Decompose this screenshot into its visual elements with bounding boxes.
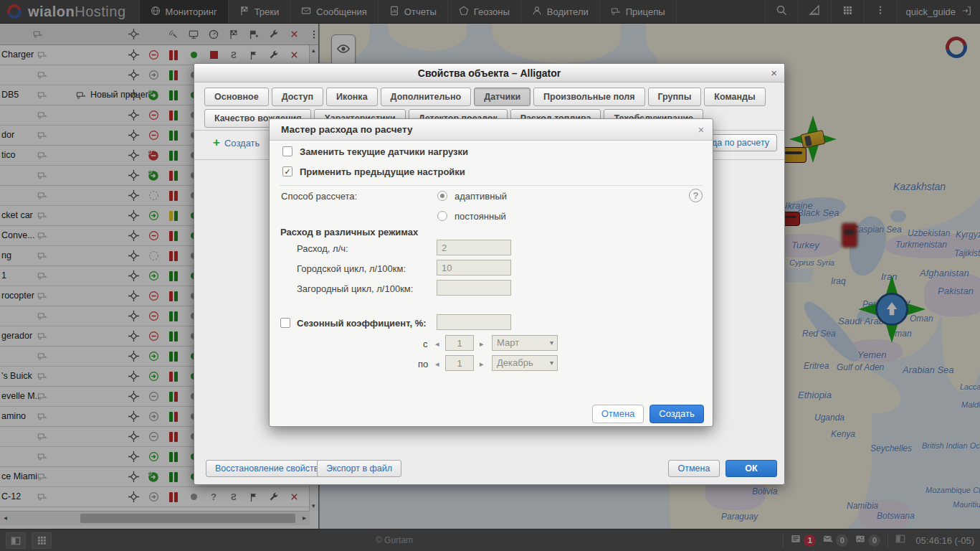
divider <box>280 185 703 186</box>
method-constant-radio[interactable] <box>437 211 447 221</box>
rate-lh-input[interactable] <box>437 240 511 255</box>
replace-sensors-checkbox[interactable] <box>282 146 292 156</box>
stepper-right-icon[interactable]: ▸ <box>480 339 484 349</box>
plus-icon: + <box>213 137 220 149</box>
rate-lh-label: Расход, л/ч: <box>297 243 348 254</box>
tab-Дополнительно[interactable]: Дополнительно <box>381 88 472 106</box>
dialog-cancel-button[interactable]: Отмена <box>668 460 720 477</box>
method-adaptive-radio[interactable] <box>437 191 447 201</box>
apply-previous-label: Применить предыдущие настройки <box>300 166 465 177</box>
dialog-close-icon[interactable]: × <box>771 67 777 80</box>
seasonal-to-day[interactable] <box>445 355 474 371</box>
replace-sensors-label: Заменить текущие датчики нагрузки <box>300 146 468 157</box>
suburban-cycle-label: Загородный цикл, л/100км: <box>297 283 413 294</box>
stepper-right-icon[interactable]: ▸ <box>480 359 484 369</box>
create-sensor-button[interactable]: + Создать <box>213 137 260 149</box>
seasonal-to-month-select[interactable]: Декабрь▾ <box>492 355 558 371</box>
apply-previous-checkbox[interactable]: ✓ <box>282 166 292 176</box>
restore-properties-button[interactable]: Восстановление свойств <box>206 460 328 477</box>
tab-Иконка[interactable]: Иконка <box>326 88 377 106</box>
stepper-left-icon[interactable]: ◂ <box>435 359 439 369</box>
tab-Произвольные поля[interactable]: Произвольные поля <box>533 88 644 106</box>
suburban-cycle-input[interactable] <box>437 280 511 296</box>
method-constant-label: постоянный <box>455 211 506 222</box>
seasonal-from-label: с <box>423 339 428 349</box>
urban-cycle-label: Городской цикл, л/100км: <box>297 263 406 274</box>
method-adaptive-label: адаптивный <box>455 191 507 202</box>
dialog-title: Свойства объекта – Alligator <box>194 64 784 83</box>
wialon-app: wialonHosting МониторингТрекиСообщенияОт… <box>0 0 980 551</box>
dialog-tabs-row1: ОсновноеДоступИконкаДополнительноДатчики… <box>204 88 766 106</box>
seasonal-label: Сезонный коэффициент, %: <box>297 318 427 329</box>
fuel-wizard-dialog: Мастер расхода по расчету × Заменить тек… <box>269 118 713 427</box>
tab-Датчики[interactable]: Датчики <box>474 88 531 106</box>
help-icon[interactable]: ? <box>689 189 703 202</box>
method-label: Способ рассчета: <box>281 191 357 202</box>
seasonal-input[interactable] <box>437 314 511 330</box>
stepper-left-icon[interactable]: ◂ <box>435 339 439 349</box>
export-to-file-button[interactable]: Экспорт в файл <box>317 460 401 477</box>
modes-section-title: Расход в различных режимах <box>280 227 418 237</box>
tab-Доступ[interactable]: Доступ <box>272 88 323 106</box>
chevron-down-icon: ▾ <box>550 356 553 370</box>
seasonal-to-label: по <box>418 359 428 369</box>
chevron-down-icon: ▾ <box>550 336 553 350</box>
seasonal-checkbox[interactable] <box>280 318 290 328</box>
seasonal-from-day[interactable] <box>445 335 474 351</box>
wizard-title: Мастер расхода по расчету <box>270 119 713 141</box>
wizard-create-button[interactable]: Создать <box>650 405 704 423</box>
tab-Группы[interactable]: Группы <box>648 88 702 106</box>
wizard-close-icon[interactable]: × <box>698 123 704 136</box>
tab-Основное[interactable]: Основное <box>204 88 269 106</box>
dialog-ok-button[interactable]: ОК <box>726 460 777 477</box>
wizard-cancel-button[interactable]: Отмена <box>592 405 644 423</box>
tab-Команды[interactable]: Команды <box>704 88 765 106</box>
urban-cycle-input[interactable] <box>437 260 511 276</box>
seasonal-from-month-select[interactable]: Март▾ <box>492 335 558 351</box>
